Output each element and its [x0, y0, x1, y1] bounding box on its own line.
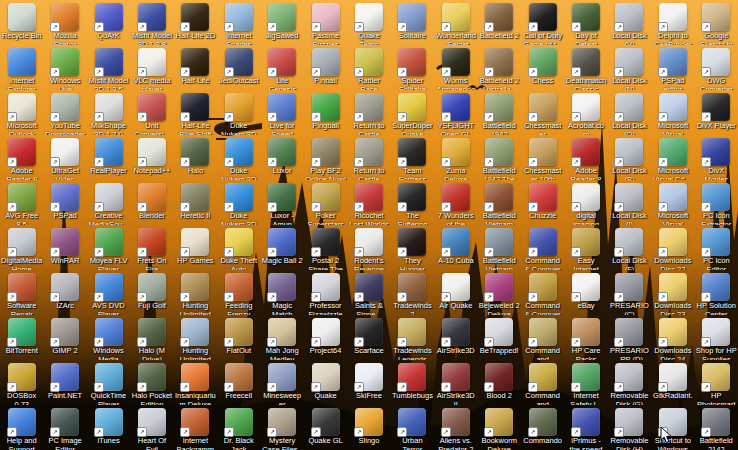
desktop-icon-cell[interactable]: ↗Windows Media Player — [87, 315, 130, 360]
desktop-icon-cell[interactable]: ↗Duke Theft Auto — [217, 225, 260, 270]
desktop-icon-cell[interactable]: ↗Pastime Puzzles — [304, 0, 347, 45]
desktop-icon-cell[interactable]: ↗Delphi to C++Builder — [651, 0, 694, 45]
desktop-icon-cell[interactable]: ↗Worms Armageddon — [434, 45, 477, 90]
desktop-icon-cell[interactable]: ↗Battlefield Vietnam — [478, 180, 521, 225]
app-icon[interactable]: ↗ — [529, 363, 557, 391]
app-icon[interactable]: ↗ — [268, 408, 296, 436]
app-icon[interactable]: ↗ — [225, 138, 253, 166]
app-icon[interactable]: ↗ — [702, 363, 730, 391]
desktop-icon-cell[interactable]: ↗Pingball — [304, 90, 347, 135]
app-icon[interactable]: ↗ — [615, 48, 643, 76]
app-icon[interactable]: ↗ — [355, 273, 383, 301]
desktop-icon-cell[interactable]: ↗Wonderland - Secret Worlds — [434, 0, 477, 45]
app-icon[interactable]: ↗ — [268, 318, 296, 346]
desktop-icon-cell[interactable]: ↗Hunting Unlimited 2001 — [174, 270, 217, 315]
desktop-icon-cell[interactable]: ↗Windows Live Messenger — [43, 45, 86, 90]
app-icon[interactable]: ↗ — [268, 3, 296, 31]
app-icon[interactable]: ↗ — [225, 408, 253, 436]
desktop-icon-cell[interactable]: ↗Project64 — [304, 315, 347, 360]
app-icon[interactable]: ↗ — [268, 138, 296, 166]
desktop-icon-cell[interactable]: ↗IZArc — [43, 270, 86, 315]
desktop-icon-cell[interactable]: ↗Frets On Fire — [130, 225, 173, 270]
desktop-icon-cell[interactable]: ↗Microsoft Visual C# ... — [651, 135, 694, 180]
app-icon[interactable]: ↗ — [225, 3, 253, 31]
app-icon[interactable]: ↗ — [181, 408, 209, 436]
app-icon[interactable] — [8, 3, 36, 31]
app-icon[interactable]: ↗ — [572, 228, 600, 256]
app-icon[interactable]: ↗ — [485, 183, 513, 211]
app-icon[interactable]: ↗ — [659, 3, 687, 31]
app-icon[interactable]: ↗ — [485, 273, 513, 301]
app-icon[interactable]: ↗ — [615, 3, 643, 31]
desktop-icon-cell[interactable]: ↗Duke Nukem 3D High R... — [217, 180, 260, 225]
app-icon[interactable]: ↗ — [8, 318, 36, 346]
app-icon[interactable]: ↗ — [442, 318, 470, 346]
desktop-icon-cell[interactable]: ↗PC Icon Editor — [695, 225, 738, 270]
desktop-icon-cell[interactable]: ↗JediOutcast — [217, 45, 260, 90]
desktop-icon-cell[interactable]: ↗Halo — [174, 135, 217, 180]
desktop-icon-cell[interactable]: ↗Day of Defeat — [564, 0, 607, 45]
desktop-icon-cell[interactable]: ↗DivX Movies — [695, 135, 738, 180]
app-icon[interactable]: ↗ — [572, 138, 600, 166]
app-icon[interactable]: ↗ — [485, 48, 513, 76]
desktop-icon-cell[interactable]: ↗Command & Conquer G... — [521, 225, 564, 270]
app-icon[interactable]: ↗ — [702, 183, 730, 211]
app-icon[interactable]: ↗ — [51, 273, 79, 301]
desktop-icon-cell[interactable]: ↗Command & Conquer R... — [521, 270, 564, 315]
app-icon[interactable]: ↗ — [355, 408, 383, 436]
app-icon[interactable]: ↗ — [702, 138, 730, 166]
app-icon[interactable]: ↗ — [225, 93, 253, 121]
desktop-icon-cell[interactable]: ↗Blood 2 — [478, 360, 521, 405]
desktop-icon-cell[interactable]: ↗WinRAR — [43, 225, 86, 270]
desktop-icon-cell[interactable]: ↗BeTrapped! — [478, 315, 521, 360]
app-icon[interactable]: ↗ — [312, 138, 340, 166]
app-icon[interactable]: ↗ — [95, 3, 123, 31]
app-icon[interactable]: ↗ — [312, 318, 340, 346]
app-icon[interactable]: ↗ — [95, 138, 123, 166]
desktop-icon-cell[interactable]: ↗Google SketchUp Viewer — [695, 0, 738, 45]
desktop-icon-cell[interactable]: ↗Freecell — [217, 360, 260, 405]
app-icon[interactable]: ↗ — [529, 3, 557, 31]
desktop-icon-cell[interactable]: ↗digital imaging — [564, 180, 607, 225]
desktop-icon-cell[interactable]: ↗Commando — [521, 405, 564, 450]
app-icon[interactable]: ↗ — [51, 408, 79, 436]
desktop-icon-cell[interactable]: ↗UltraGet Video Downloader — [43, 135, 86, 180]
app-icon[interactable]: ↗ — [95, 183, 123, 211]
app-icon[interactable]: ↗ — [702, 408, 730, 436]
desktop-icon-cell[interactable]: ↗SkiFree — [347, 360, 390, 405]
desktop-icon-cell[interactable]: ↗DivX Player — [695, 90, 738, 135]
app-icon[interactable]: ↗ — [95, 273, 123, 301]
app-icon[interactable]: ↗ — [51, 93, 79, 121]
desktop-icon-cell[interactable]: ↗PRESARIO_RP (D) — [608, 315, 651, 360]
desktop-icon-cell[interactable]: ↗PRESARIO (C) — [608, 270, 651, 315]
desktop-icon-cell[interactable]: ↗PC Icon Extractor — [695, 180, 738, 225]
app-icon[interactable]: ↗ — [138, 228, 166, 256]
app-icon[interactable]: ↗ — [51, 3, 79, 31]
desktop-icon-cell[interactable]: ↗The Suffering — [391, 180, 434, 225]
desktop-icon-cell[interactable]: ↗Removable Disk (H) — [608, 405, 651, 450]
app-icon[interactable] — [8, 48, 36, 76]
app-icon[interactable]: ↗ — [8, 273, 36, 301]
desktop-icon-cell[interactable]: ↗PSPad editor — [651, 45, 694, 90]
desktop-icon-cell[interactable]: ↗A-10 Cuba — [434, 225, 477, 270]
desktop-icon-cell[interactable]: ↗Quake — [304, 360, 347, 405]
desktop-icon-cell[interactable]: ↗AVG Free 8.5 — [0, 180, 43, 225]
desktop-icon-cell[interactable]: ↗Air Quake — [434, 270, 477, 315]
desktop-icon-cell[interactable]: ↗Feeding Frenzy — [217, 270, 260, 315]
desktop-icon-cell[interactable]: ↗Return to Castle Wol... — [347, 135, 390, 180]
app-icon[interactable]: ↗ — [268, 228, 296, 256]
desktop-icon-cell[interactable]: ↗Insaniquarium Deluxe — [174, 360, 217, 405]
app-icon[interactable]: ↗ — [398, 138, 426, 166]
app-icon[interactable]: ↗ — [442, 273, 470, 301]
desktop-icon-cell[interactable]: ↗Downloads Disc 24 — [651, 315, 694, 360]
desktop-icon-cell[interactable]: ↗Postal 2 Share The Pain — [304, 225, 347, 270]
desktop-icon-cell[interactable]: ↗Moyea FLV Player — [87, 225, 130, 270]
desktop-icon-cell[interactable]: ↗Internet Spades — [217, 0, 260, 45]
desktop-icon-cell[interactable]: ↗Shop for HP Supplies — [695, 315, 738, 360]
app-icon[interactable]: ↗ — [51, 363, 79, 391]
desktop-icon-cell[interactable]: ↗Command and Conquer T... — [521, 315, 564, 360]
desktop-icon-cell[interactable]: ↗MilkShape 3D 1.7.0 — [87, 90, 130, 135]
app-icon[interactable]: ↗ — [95, 48, 123, 76]
app-icon[interactable]: ↗ — [355, 3, 383, 31]
desktop-icon-cell[interactable]: ↗Chuzzle — [521, 180, 564, 225]
